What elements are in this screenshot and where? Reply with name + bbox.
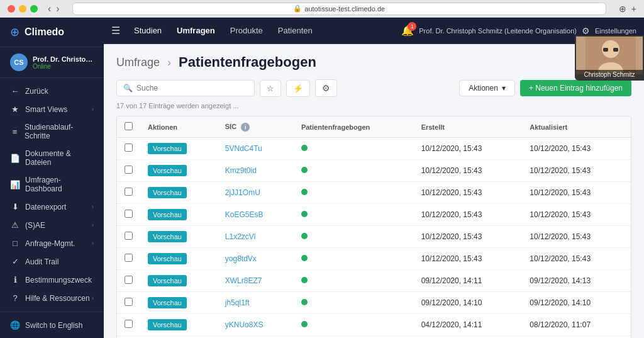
- search-input[interactable]: [136, 84, 248, 93]
- row-checkbox[interactable]: [125, 254, 133, 262]
- filter-button[interactable]: ⚡: [286, 80, 310, 97]
- row-aktionen: Vorschau: [140, 182, 218, 204]
- row-checkbox[interactable]: [125, 144, 133, 152]
- sidebar-item-dokumente[interactable]: 📄 Dokumente & Dateien: [0, 145, 104, 171]
- search-box[interactable]: 🔍: [116, 80, 255, 96]
- row-checkbox[interactable]: [125, 276, 133, 284]
- table-row: Vorschau XWLr8EZ7 09/12/2020, 14:11 09/1…: [117, 270, 631, 292]
- user-display-text[interactable]: Prof. Dr. Christoph Schmitz (Leitende Or…: [419, 27, 577, 35]
- topnav-settings-label[interactable]: Einstellungen: [595, 27, 636, 35]
- row-status: [294, 160, 414, 182]
- notification-badge[interactable]: 🔔 1: [401, 25, 414, 37]
- select-all-checkbox[interactable]: [125, 122, 133, 130]
- address-bar[interactable]: 🔒 autotissue-test.climedo.de: [72, 3, 606, 15]
- sic-link[interactable]: 5VNdC4Tu: [225, 144, 262, 153]
- row-checkbox[interactable]: [125, 188, 133, 196]
- sidebar-item-switch-language[interactable]: 🌐 Switch to English: [0, 316, 104, 334]
- sidebar-nav: ← Zurück ★ Smart Views › ≡ Studienablauf…: [0, 78, 104, 312]
- row-sic: NlOYRYAT: [218, 336, 294, 339]
- sic-link[interactable]: yKNUo8XS: [225, 320, 264, 329]
- sic-link[interactable]: yog8tdVx: [225, 254, 257, 263]
- sic-link[interactable]: 2jJJ1OmU: [225, 188, 260, 197]
- vorschau-button[interactable]: Vorschau: [148, 253, 187, 264]
- close-button[interactable]: [8, 5, 15, 13]
- sidebar-item-anfrage[interactable]: □ Anfrage-Mgmt. ›: [0, 234, 104, 252]
- row-sic: 5VNdC4Tu: [218, 138, 294, 160]
- sic-link[interactable]: Kmz9t0id: [225, 166, 257, 175]
- sidebar-item-datenexport[interactable]: ⬇ Datenexport ›: [0, 198, 104, 216]
- topnav-studien[interactable]: Studien: [128, 23, 168, 38]
- sidebar-item-anfrage-label: Anfrage-Mgmt.: [25, 239, 75, 248]
- row-checkbox[interactable]: [125, 210, 133, 218]
- topnav-patienten[interactable]: Patienten: [272, 23, 319, 38]
- row-erstellt: 10/12/2020, 15:43: [414, 204, 523, 226]
- forward-nav-icon[interactable]: ›: [56, 3, 59, 14]
- vorschau-button[interactable]: Vorschau: [148, 143, 187, 154]
- row-checkbox-cell: [117, 248, 140, 270]
- row-status: [294, 248, 414, 270]
- sidebar-item-audit-trail[interactable]: ✓ Audit Trail: [0, 252, 104, 271]
- sidebar-item-bestimmungszweck-label: Bestimmungszweck: [25, 276, 92, 284]
- sidebar-item-sjae[interactable]: ⚠ (S)AE ›: [0, 216, 104, 234]
- vorschau-button[interactable]: Vorschau: [148, 275, 187, 286]
- row-erstellt: 10/12/2020, 15:43: [414, 160, 523, 182]
- data-table: Aktionen SIC i Patientenfragebogen Erste…: [117, 116, 631, 338]
- vorschau-button[interactable]: Vorschau: [148, 209, 187, 220]
- col-sic: SIC i: [218, 116, 294, 138]
- avatar: CS: [10, 54, 28, 71]
- svg-rect-4: [613, 48, 618, 52]
- fullscreen-button[interactable]: [30, 5, 38, 13]
- settings-button[interactable]: ⚙: [315, 79, 337, 97]
- sidebar-item-smart-views[interactable]: ★ Smart Views ›: [0, 100, 104, 118]
- settings-icon[interactable]: ⚙: [582, 26, 590, 36]
- sidebar-user: CS Prof. Dr. Christoph Schm... Online: [0, 47, 104, 78]
- sic-link[interactable]: L1x2zcVl: [225, 232, 256, 241]
- vorschau-button[interactable]: Vorschau: [148, 319, 187, 330]
- row-aktionen: Vorschau: [140, 314, 218, 336]
- page-content: Umfrage › Patientenfragebogen 🔍 ☆ ⚡ ⚙: [104, 44, 644, 338]
- row-checkbox[interactable]: [125, 232, 133, 240]
- row-checkbox[interactable]: [125, 166, 133, 174]
- chevron-sjae-icon: ›: [92, 222, 94, 228]
- chevron-icon: ›: [92, 106, 94, 113]
- hamburger-icon[interactable]: ☰: [111, 25, 120, 37]
- sidebar-item-bestimmungszweck[interactable]: ℹ Bestimmungszweck: [0, 271, 104, 289]
- language-icon: 🌐: [10, 320, 20, 330]
- sic-link[interactable]: KoEG5EsB: [225, 210, 264, 219]
- add-tab-icon[interactable]: +: [631, 4, 636, 14]
- vorschau-button[interactable]: Vorschau: [148, 231, 187, 242]
- topnav-produkte[interactable]: Produkte: [224, 23, 269, 38]
- sidebar-item-studienablauf[interactable]: ≡ Studienablauf-Schritte: [0, 118, 104, 145]
- new-entry-button[interactable]: + Neuen Eintrag hinzufügen: [520, 80, 631, 96]
- sidebar-item-umfragen-dashboard[interactable]: 📊 Umfragen-Dashboard: [0, 171, 104, 198]
- back-nav-icon[interactable]: ‹: [48, 3, 51, 14]
- sic-link[interactable]: jh5ql1ft: [225, 298, 250, 307]
- col-aktualisiert: Aktualisiert: [522, 116, 631, 138]
- table-row: Vorschau jh5ql1ft 09/12/2020, 14:10 09/1…: [117, 292, 631, 314]
- row-aktionen: Vorschau: [140, 226, 218, 248]
- row-aktualisiert: 09/12/2020, 14:10: [522, 292, 631, 314]
- vorschau-button[interactable]: Vorschau: [148, 297, 187, 308]
- minimize-button[interactable]: [19, 5, 26, 13]
- vorschau-button[interactable]: Vorschau: [148, 187, 187, 198]
- sidebar-item-hilfe[interactable]: ? Hilfe & Ressourcen ›: [0, 289, 104, 307]
- star-filter-button[interactable]: ☆: [260, 80, 281, 97]
- person-svg: [586, 37, 636, 74]
- sidebar-item-switch-language-label: Switch to English: [25, 321, 82, 330]
- actions-button[interactable]: Aktionen ▾: [459, 80, 515, 96]
- status-dot: [301, 145, 308, 151]
- topnav-umfragen[interactable]: Umfragen: [170, 23, 221, 38]
- sidebar-item-back[interactable]: ← Zurück: [0, 82, 104, 100]
- table-row: Vorschau yKNUo8XS 04/12/2020, 14:11 08/1…: [117, 314, 631, 336]
- sic-link[interactable]: XWLr8EZ7: [225, 276, 262, 285]
- row-aktualisiert: 08/12/2020, 11:07: [522, 314, 631, 336]
- doc-icon: 📄: [10, 154, 20, 163]
- sic-info-icon[interactable]: i: [241, 123, 250, 132]
- sidebar-logo: ⊕ Climedo: [0, 18, 104, 47]
- vorschau-button[interactable]: Vorschau: [148, 165, 187, 176]
- share-icon[interactable]: ⊕: [619, 4, 626, 14]
- row-checkbox[interactable]: [125, 298, 133, 306]
- page-header: Umfrage › Patientenfragebogen: [116, 54, 631, 70]
- search-icon: 🔍: [123, 84, 133, 93]
- row-checkbox[interactable]: [125, 320, 133, 328]
